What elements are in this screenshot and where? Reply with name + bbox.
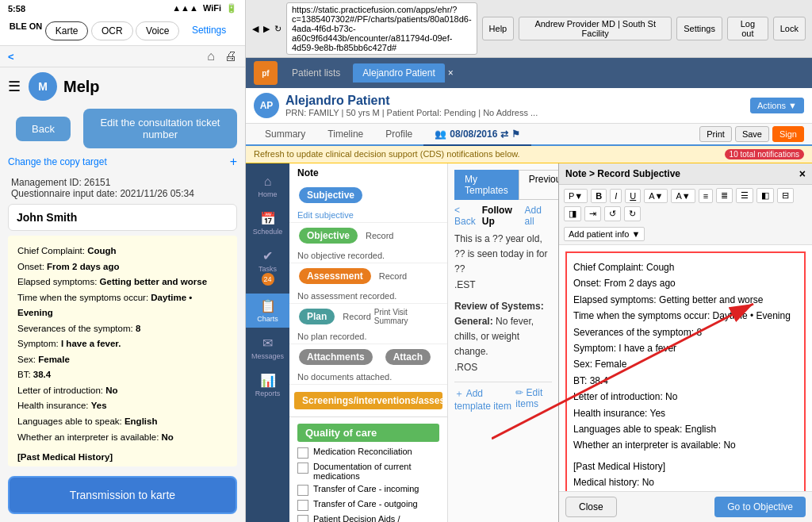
status-bar: 5:58 ▲▲▲ WiFi 🔋	[0, 0, 245, 17]
align-left-btn[interactable]: ◧	[756, 188, 774, 203]
more-options[interactable]: ...	[530, 108, 538, 117]
close-tab-icon[interactable]: ×	[448, 67, 454, 79]
transmission-button[interactable]: Transmission to karte	[8, 476, 237, 514]
overlay-close-x-button[interactable]: ×	[799, 167, 806, 180]
add-template-link[interactable]: ＋ Add template item	[454, 387, 515, 412]
add-all-link[interactable]: Add all	[525, 205, 552, 227]
checkbox-1[interactable]	[297, 447, 308, 459]
print-visit-summary-link[interactable]: Print Visit Summary	[374, 308, 442, 325]
languages-line: Languages able to speak: English	[17, 414, 228, 430]
italic-btn[interactable]: I	[610, 189, 622, 203]
list2-btn[interactable]: ≣	[716, 188, 733, 203]
ros-text: .ROS	[454, 360, 552, 375]
checkbox-2[interactable]	[297, 463, 308, 474]
voice-button[interactable]: Voice	[136, 21, 179, 40]
interpreter-line: Whether an interpreter is available: No	[17, 430, 228, 446]
back-chevron-button[interactable]: <	[8, 51, 14, 63]
management-id: Management ID: 26151	[11, 177, 234, 188]
notification-bar: Refresh to update clinical decision supp…	[246, 146, 812, 163]
undo-btn[interactable]: ↺	[604, 206, 621, 221]
attachments-button[interactable]: Attachments	[299, 349, 373, 365]
list1-btn[interactable]: ≡	[699, 189, 713, 203]
charts-label: Charts	[257, 315, 278, 323]
encounter-tab[interactable]: 👥 08/08/2016 ⇄ ⚑	[423, 124, 531, 146]
list3-btn[interactable]: ☰	[736, 188, 753, 203]
insurance-line: Health insurance: Yes	[17, 398, 228, 414]
back-link[interactable]: < Back	[454, 205, 482, 227]
bold-btn[interactable]: B	[591, 189, 607, 203]
patient-name-tab[interactable]: Alejandro Patient	[353, 63, 444, 83]
highlight-btn[interactable]: A▼	[671, 189, 695, 203]
note-right-column: My Templates Previous < Back Follow Up A…	[448, 163, 558, 522]
browser-url[interactable]: https://static.practicefusion.com/apps/e…	[286, 2, 477, 55]
questionnaire-date: Questionnaire input date: 2021/11/26 05:…	[11, 188, 234, 199]
home-sidebar-icon: ⌂	[264, 175, 272, 189]
copy-target-plus[interactable]: +	[230, 155, 237, 169]
browser-forward-icon[interactable]: ▶	[263, 24, 270, 34]
objective-button[interactable]: Objective	[299, 228, 358, 244]
copy-target-link[interactable]: Change the copy target	[8, 156, 107, 167]
karte-button[interactable]: Karte	[45, 21, 89, 40]
edit-ticket-button[interactable]: Edit the consultation ticket number	[83, 109, 237, 148]
ocr-button[interactable]: OCR	[91, 21, 133, 40]
timeline-tab[interactable]: Timeline	[316, 124, 374, 146]
align-center-btn[interactable]: ⊟	[777, 188, 794, 203]
home-icon: ⌂	[207, 49, 215, 63]
sidebar-item-messages[interactable]: ✉ Messages	[246, 331, 289, 365]
sidebar-item-home[interactable]: ⌂ Home	[246, 170, 289, 203]
overlay-content[interactable]: Chief Complaint: Cough Onset: From 2 day…	[559, 245, 812, 491]
general-text: General: No fever, chills, or weight cha…	[454, 314, 552, 360]
sidebar-item-reports[interactable]: 📊 Reports	[246, 368, 289, 402]
objective-record-label[interactable]: Record	[366, 231, 393, 240]
assessment-button[interactable]: Assessment	[299, 268, 371, 284]
messages-label: Messages	[251, 352, 284, 360]
browser-refresh-icon[interactable]: ↻	[274, 24, 282, 34]
lock-button[interactable]: Lock	[773, 17, 806, 40]
overlay-onset: Onset: From 2 days ago	[573, 275, 798, 291]
avatar: M	[29, 72, 57, 101]
sidebar-item-charts[interactable]: 📋 Charts	[246, 294, 289, 328]
sidebar-item-tasks[interactable]: ✔ Tasks 24	[246, 244, 289, 290]
align-right-btn[interactable]: ◨	[564, 206, 581, 221]
tasks-badge: 24	[262, 273, 274, 286]
sign-btn[interactable]: Sign	[772, 126, 804, 142]
add-patient-info-button[interactable]: Add patient info ▼	[564, 227, 645, 241]
browser-back-icon[interactable]: ◀	[252, 24, 259, 34]
actions-button[interactable]: Actions ▼	[750, 98, 804, 113]
go-to-objective-button[interactable]: Go to Objective	[714, 497, 806, 517]
underline-btn[interactable]: U	[625, 189, 641, 203]
redo-btn[interactable]: ↻	[624, 206, 641, 221]
patient-meta: PRN: FAMILY | 50 yrs M | Patient Portal:…	[285, 108, 538, 117]
plan-button[interactable]: Plan	[299, 309, 335, 324]
help-button[interactable]: Help	[482, 17, 515, 40]
overlay-toolbar: P▼ B I U A▼ A▼ ≡ ≣ ☰ ◧ ⊟ ◨ ⇥ ↺ ↻	[559, 185, 812, 245]
assessment-record-label[interactable]: Record	[379, 271, 407, 281]
edit-items-link[interactable]: ✏ Edit items	[515, 387, 552, 412]
save-btn[interactable]: Save	[735, 126, 769, 142]
patient-lists-tab[interactable]: Patient lists	[282, 63, 350, 83]
attachments-section: Attachments Attach	[289, 344, 447, 370]
checkbox-3[interactable]	[297, 485, 308, 496]
font-color-btn[interactable]: A▼	[644, 189, 668, 203]
previous-tab[interactable]: Previous	[519, 170, 558, 200]
hamburger-icon[interactable]: ☰	[8, 78, 21, 95]
my-templates-tab[interactable]: My Templates	[454, 170, 519, 200]
sidebar-item-schedule[interactable]: 📅 Schedule	[246, 206, 289, 240]
log-out-button[interactable]: Log out	[727, 17, 768, 40]
back-button[interactable]: Back	[16, 117, 71, 141]
summary-tab[interactable]: Summary	[254, 124, 316, 146]
indent-btn[interactable]: ⇥	[584, 206, 601, 221]
plan-record-label[interactable]: Record	[343, 312, 370, 321]
attach-button[interactable]: Attach	[385, 349, 431, 365]
checkbox-4[interactable]	[297, 500, 308, 511]
checkbox-5[interactable]	[297, 515, 308, 522]
print-btn[interactable]: Print	[699, 126, 732, 142]
profile-tab[interactable]: Profile	[374, 124, 423, 146]
paragraph-btn[interactable]: P▼	[564, 189, 588, 203]
close-button[interactable]: Close	[565, 497, 617, 517]
edit-subjective-link[interactable]: Edit subjective	[297, 210, 354, 220]
browser-settings-button[interactable]: Settings	[676, 17, 722, 40]
tasks-label: Tasks	[259, 265, 277, 273]
subjective-button[interactable]: Subjective	[299, 187, 362, 203]
settings-button[interactable]: Settings	[182, 21, 236, 40]
